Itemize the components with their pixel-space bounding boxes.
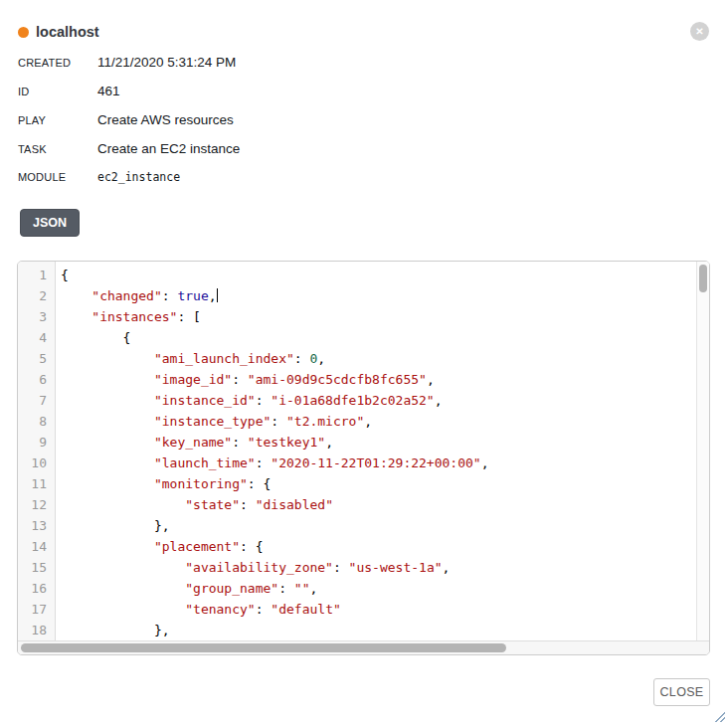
field-label: ID: [18, 86, 97, 97]
field-label: TASK: [18, 143, 97, 155]
code-line: 1{: [18, 265, 709, 285]
host-title: localhost: [36, 24, 99, 40]
field-value: 461: [97, 84, 120, 98]
line-number: 3: [18, 306, 55, 327]
field-value: Create an EC2 instance: [97, 141, 240, 156]
line-number: 16: [18, 578, 55, 599]
close-button[interactable]: CLOSE: [653, 678, 710, 706]
code-line: 2 "changed": true,: [18, 285, 709, 306]
field-row-id: ID 461: [18, 84, 240, 112]
host-status-changed-icon: [18, 27, 29, 38]
field-label: CREATED: [18, 57, 97, 69]
field-row-module: MODULE ec2_instance: [18, 170, 240, 199]
code-line: 12 "state": "disabled": [18, 494, 709, 515]
modal-header: localhost: [18, 20, 710, 44]
line-number: 13: [18, 515, 55, 536]
line-number: 2: [18, 285, 55, 306]
code-line: 4 {: [18, 327, 709, 348]
json-code-editor[interactable]: 1{2 "changed": true,3 "instances": [4 {5…: [17, 261, 710, 655]
code-line: 11 "monitoring": {: [18, 473, 709, 494]
line-number: 18: [18, 620, 55, 640]
code-line: 7 "instance_id": "i-01a68dfe1b2c02a52",: [18, 390, 709, 411]
field-value: Create AWS resources: [97, 112, 234, 127]
line-number: 1: [18, 265, 55, 285]
code-line: 16 "group_name": "",: [18, 578, 709, 599]
host-event-modal: localhost ✕ CREATED 11/21/2020 5:31:24 P…: [0, 0, 728, 726]
code-line: 14 "placement": {: [18, 536, 709, 557]
code-line: 3 "instances": [: [18, 306, 709, 327]
event-detail-fields: CREATED 11/21/2020 5:31:24 PM ID 461 PLA…: [18, 55, 240, 199]
line-number: 10: [18, 453, 55, 473]
code-line: 13 },: [18, 515, 709, 536]
vertical-scrollbar-thumb[interactable]: [699, 265, 707, 292]
vertical-scrollbar[interactable]: [696, 262, 709, 640]
code-lines: 1{2 "changed": true,3 "instances": [4 {5…: [18, 262, 709, 640]
line-number: 7: [18, 390, 55, 411]
code-line: 10 "launch_time": "2020-11-22T01:29:22+0…: [18, 453, 709, 473]
json-view-button[interactable]: JSON: [20, 209, 80, 237]
horizontal-scrollbar[interactable]: [18, 640, 709, 654]
line-number: 12: [18, 494, 55, 515]
horizontal-scrollbar-thumb[interactable]: [21, 643, 506, 652]
line-number: 11: [18, 473, 55, 494]
field-label: PLAY: [18, 114, 97, 126]
line-number: 4: [18, 327, 55, 348]
close-icon[interactable]: ✕: [690, 22, 709, 41]
field-value: 11/21/2020 5:31:24 PM: [97, 55, 236, 70]
line-number: 15: [18, 557, 55, 578]
code-line: 8 "instance_type": "t2.micro",: [18, 411, 709, 432]
field-row-task: TASK Create an EC2 instance: [18, 141, 240, 170]
text-cursor: [217, 288, 218, 302]
resize-handle-icon[interactable]: [714, 711, 725, 722]
code-line: 9 "key_name": "testkey1",: [18, 432, 709, 453]
field-row-created: CREATED 11/21/2020 5:31:24 PM: [18, 55, 240, 84]
line-number: 17: [18, 599, 55, 620]
line-number: 9: [18, 432, 55, 453]
code-line: 18 },: [18, 620, 709, 640]
field-value: ec2_instance: [97, 170, 180, 184]
code-line: 17 "tenancy": "default": [18, 599, 709, 620]
code-line: 15 "availability_zone": "us-west-1a",: [18, 557, 709, 578]
line-number: 8: [18, 411, 55, 432]
line-number: 5: [18, 348, 55, 369]
line-number: 6: [18, 369, 55, 390]
line-number: 14: [18, 536, 55, 557]
code-line: 5 "ami_launch_index": 0,: [18, 348, 709, 369]
field-row-play: PLAY Create AWS resources: [18, 112, 240, 141]
code-line: 6 "image_id": "ami-09d9c5cdcfb8fc655",: [18, 369, 709, 390]
field-label: MODULE: [18, 171, 97, 183]
